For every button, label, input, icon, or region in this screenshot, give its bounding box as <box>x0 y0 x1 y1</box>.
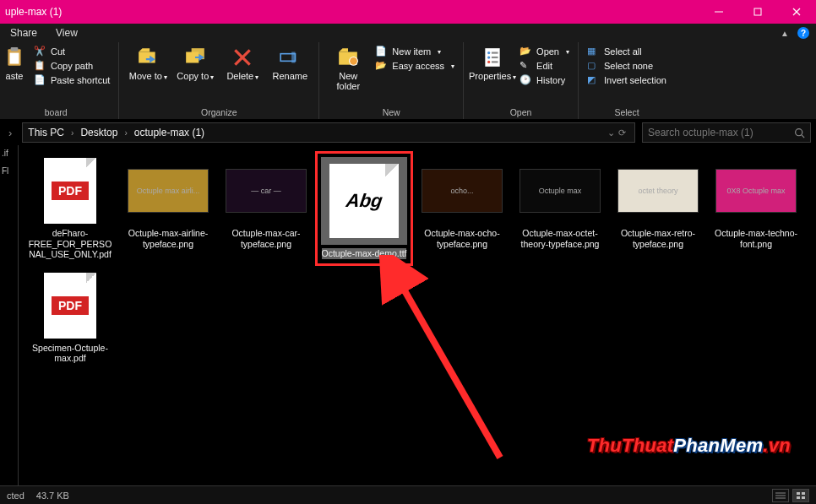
svg-rect-13 <box>291 52 295 63</box>
move-to-button[interactable]: Move to▾ <box>128 46 168 82</box>
refresh-icon[interactable]: ⟳ <box>618 127 626 138</box>
copy-to-icon <box>183 46 207 69</box>
delete-button[interactable]: Delete▾ <box>222 46 263 82</box>
shortcut-icon: 📄 <box>34 74 46 86</box>
cut-button[interactable]: ✂️Cut <box>34 46 110 57</box>
view-details-button[interactable] <box>772 489 789 502</box>
close-button[interactable] <box>777 0 816 24</box>
maximize-button[interactable] <box>738 0 777 24</box>
group-label-select: Select <box>587 106 666 117</box>
file-item[interactable]: 0X8 Octuple maxOctuple-max-techno-font.p… <box>710 154 802 263</box>
tab-share[interactable]: Share <box>10 27 37 39</box>
properties-icon <box>481 46 504 69</box>
file-thumbnail: Octuple max airli... <box>128 157 209 225</box>
view-icons-button[interactable] <box>792 489 809 502</box>
invert-selection-button[interactable]: ◩Invert selection <box>587 74 666 86</box>
svg-rect-23 <box>492 61 498 62</box>
ribbon-tabbar: Share View ▲ ? <box>0 24 816 42</box>
file-item[interactable]: AbgOctuple-max-demo.ttf <box>318 154 411 263</box>
file-label: Octuple-max-octet-theory-typeface.png <box>515 228 605 249</box>
address-bar-row: › This PC› Desktop› octuple-max (1) ⌄ ⟳ <box>0 120 816 145</box>
svg-rect-7 <box>139 52 155 63</box>
file-item[interactable]: octet theoryOctuple-max-retro-typeface.p… <box>612 154 704 263</box>
ribbon-group-new: New folder 📄New item▾ 📂Easy access▾ New <box>319 42 464 119</box>
paste-shortcut-button[interactable]: 📄Paste shortcut <box>34 74 110 86</box>
help-icon[interactable]: ? <box>797 27 809 39</box>
nav-up-indicator[interactable]: › <box>5 127 15 139</box>
file-thumbnail: 0X8 Octuple max <box>715 157 797 225</box>
sidebar-item[interactable]: Fl <box>2 166 16 176</box>
paste-label: aste <box>6 71 24 81</box>
file-label: Specimen-Octuple-max.pdf <box>25 343 115 364</box>
new-folder-icon <box>336 46 360 69</box>
breadcrumb-desktop[interactable]: Desktop <box>80 127 117 138</box>
svg-rect-6 <box>10 53 19 64</box>
file-label: deFharo-FREE_FOR_PERSONAL_USE_ONLY.pdf <box>25 228 115 260</box>
svg-rect-31 <box>797 492 800 495</box>
rename-icon <box>278 46 302 69</box>
select-all-button[interactable]: ▦Select all <box>587 46 666 57</box>
file-item[interactable]: — car —Octuple-max-car-typeface.png <box>220 154 313 263</box>
svg-rect-5 <box>11 47 19 51</box>
edit-button[interactable]: ✎Edit <box>520 60 569 72</box>
copy-path-button[interactable]: 📋Copy path <box>34 60 110 72</box>
sidebar-item[interactable]: .if <box>2 149 16 158</box>
file-thumbnail: Octuple max <box>520 157 601 225</box>
breadcrumb-folder[interactable]: octuple-max (1) <box>134 127 204 138</box>
search-icon[interactable] <box>794 127 805 138</box>
file-label: Octuple-max-ocho-typeface.png <box>417 228 507 249</box>
file-thumbnail: PDF <box>30 272 111 339</box>
svg-rect-34 <box>802 496 805 499</box>
window-controls <box>699 0 816 24</box>
easy-access-icon: 📂 <box>375 60 387 72</box>
search-input[interactable] <box>648 127 789 138</box>
breadcrumb-this-pc[interactable]: This PC <box>28 127 64 138</box>
select-none-button[interactable]: ▢Select none <box>587 60 666 72</box>
invert-icon: ◩ <box>587 74 599 86</box>
svg-point-20 <box>487 61 490 63</box>
address-dropdown-icon[interactable]: ⌄ <box>607 127 615 138</box>
copy-to-button[interactable]: Copy to▾ <box>175 46 215 82</box>
copy-path-icon: 📋 <box>34 60 46 72</box>
group-label-open: Open <box>472 106 569 117</box>
history-button[interactable]: 🕑History <box>520 74 569 86</box>
file-item[interactable]: PDFSpecimen-Octuple-max.pdf <box>24 268 117 367</box>
search-box[interactable] <box>642 122 811 143</box>
new-item-button[interactable]: 📄New item▾ <box>375 46 454 57</box>
address-bar[interactable]: This PC› Desktop› octuple-max (1) ⌄ ⟳ <box>22 122 635 143</box>
svg-point-18 <box>487 51 490 54</box>
file-item[interactable]: Octuple max airli...Octuple-max-airline-… <box>122 154 215 263</box>
select-none-icon: ▢ <box>587 60 599 72</box>
ribbon-group-clipboard: aste ✂️Cut 📋Copy path 📄Paste shortcut bo… <box>0 42 119 119</box>
file-label: Octuple-max-demo.ttf <box>322 248 407 259</box>
easy-access-button[interactable]: 📂Easy access▾ <box>375 60 454 72</box>
content-row: .if Fl PDFdeFharo-FREE_FOR_PERSONAL_USE_… <box>0 145 816 485</box>
file-label: Octuple-max-airline-typeface.png <box>123 228 213 249</box>
status-selected: cted <box>7 490 24 501</box>
new-item-icon: 📄 <box>375 46 387 57</box>
file-item[interactable]: ocho...Octuple-max-ocho-typeface.png <box>416 154 509 263</box>
open-icon: 📂 <box>520 46 531 57</box>
properties-button[interactable]: Properties▾ <box>472 46 513 82</box>
minimize-button[interactable] <box>699 0 738 24</box>
scissors-icon: ✂️ <box>34 46 46 57</box>
file-thumbnail: ocho... <box>422 157 503 225</box>
svg-point-19 <box>487 56 490 58</box>
svg-rect-33 <box>797 496 800 499</box>
watermark: ThuThuatPhanMem.vn <box>587 435 791 457</box>
file-area[interactable]: PDFdeFharo-FREE_FOR_PERSONAL_USE_ONLY.pd… <box>19 145 816 485</box>
ribbon-collapse-icon[interactable]: ▲ <box>781 29 789 38</box>
rename-button[interactable]: Rename <box>269 46 310 81</box>
open-button[interactable]: 📂Open▾ <box>520 46 569 57</box>
file-thumbnail: octet theory <box>617 157 699 225</box>
edit-icon: ✎ <box>520 60 531 72</box>
tab-view[interactable]: View <box>56 27 78 39</box>
file-item[interactable]: Octuple maxOctuple-max-octet-theory-type… <box>514 154 607 263</box>
group-label-new: New <box>328 106 454 117</box>
file-item[interactable]: PDFdeFharo-FREE_FOR_PERSONAL_USE_ONLY.pd… <box>24 154 117 263</box>
paste-button[interactable]: aste <box>2 46 27 81</box>
ribbon: aste ✂️Cut 📋Copy path 📄Paste shortcut bo… <box>0 42 816 120</box>
file-label: Octuple-max-techno-font.png <box>711 228 801 249</box>
file-label: Octuple-max-retro-typeface.png <box>613 228 703 249</box>
new-folder-button[interactable]: New folder <box>328 46 368 91</box>
